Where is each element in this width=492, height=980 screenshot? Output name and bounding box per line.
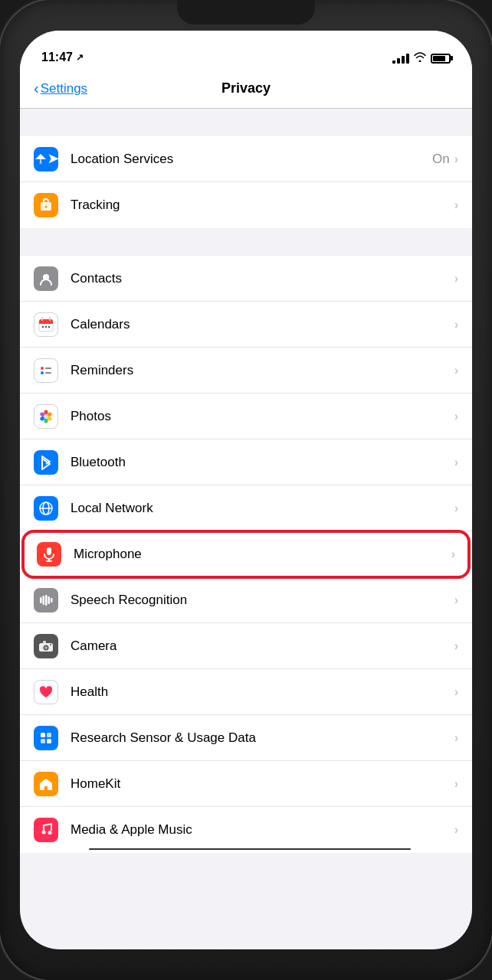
health-icon [34, 680, 58, 704]
svg-point-19 [44, 418, 48, 423]
battery-fill [433, 56, 445, 61]
wifi-icon [414, 52, 426, 64]
health-chevron: › [454, 685, 458, 699]
svg-rect-42 [47, 739, 51, 743]
microphone-label: Microphone [74, 547, 451, 562]
signal-bar-1 [392, 60, 395, 64]
section-gap-bottom [20, 853, 472, 880]
local-network-label: Local Network [71, 501, 454, 516]
location-services-value: On [432, 152, 450, 167]
camera-label: Camera [71, 639, 454, 654]
settings-item-health[interactable]: Health › [20, 669, 472, 715]
contacts-icon [34, 266, 58, 291]
calendars-label: Calendars [71, 317, 454, 332]
location-services-chevron: › [454, 152, 458, 166]
status-bar: 11:47 ↗ [20, 31, 472, 69]
back-chevron: ‹ [34, 80, 39, 97]
svg-point-36 [44, 646, 48, 649]
settings-item-homekit[interactable]: HomeKit › [20, 761, 472, 807]
tracking-icon [34, 193, 58, 217]
svg-point-43 [48, 831, 52, 835]
homekit-icon [34, 772, 58, 796]
phone-frame: 11:47 ↗ [0, 0, 492, 980]
svg-rect-26 [47, 547, 51, 555]
svg-rect-32 [48, 596, 51, 604]
tracking-label: Tracking [71, 198, 454, 213]
health-label: Health [71, 684, 454, 700]
research-label: Research Sensor & Usage Data [71, 730, 454, 746]
svg-rect-37 [43, 641, 46, 643]
nav-bar: ‹ Settings Privacy [20, 69, 472, 109]
photos-icon [34, 404, 58, 429]
contacts-label: Contacts [71, 271, 454, 286]
media-music-label: Media & Apple Music [71, 822, 454, 838]
svg-rect-5 [39, 322, 53, 324]
media-music-chevron: › [454, 823, 458, 837]
back-label: Settings [41, 81, 87, 96]
settings-item-reminders[interactable]: Reminders › [20, 348, 472, 394]
signal-bar-3 [402, 56, 405, 64]
settings-item-calendars[interactable]: Calendars › [20, 302, 472, 348]
group-location-tracking: ➤ Location Services On › Tra [20, 136, 472, 228]
speech-recognition-icon [34, 588, 58, 612]
settings-item-bluetooth[interactable]: Bluetooth › [20, 439, 472, 485]
phone-screen: 11:47 ↗ [20, 31, 472, 949]
research-chevron: › [454, 731, 458, 745]
svg-point-8 [42, 325, 44, 327]
section-gap-top [20, 109, 472, 136]
svg-point-38 [50, 644, 51, 645]
settings-item-contacts[interactable]: Contacts › [20, 256, 472, 302]
status-right [392, 52, 451, 64]
section-gap-middle [20, 228, 472, 256]
reminders-chevron: › [454, 364, 458, 377]
reminders-label: Reminders [71, 363, 454, 378]
settings-item-camera[interactable]: Camera › [20, 623, 472, 669]
speech-recognition-label: Speech Recognition [71, 593, 454, 608]
settings-item-tracking[interactable]: Tracking › [20, 182, 472, 228]
svg-rect-29 [40, 597, 42, 603]
tracking-chevron: › [454, 198, 458, 212]
battery-icon [431, 54, 451, 64]
research-icon [34, 726, 58, 750]
svg-point-11 [41, 367, 44, 370]
svg-point-12 [41, 371, 44, 374]
microphone-icon [37, 542, 61, 567]
settings-item-microphone[interactable]: Microphone › [23, 531, 469, 577]
bluetooth-chevron: › [454, 456, 458, 469]
svg-rect-41 [41, 739, 45, 743]
svg-rect-6 [41, 317, 43, 321]
svg-rect-30 [43, 596, 45, 605]
svg-point-16 [44, 410, 48, 414]
microphone-chevron: › [451, 547, 455, 561]
settings-item-research[interactable]: Research Sensor & Usage Data › [20, 715, 472, 761]
signal-bar-2 [397, 58, 400, 64]
bluetooth-label: Bluetooth [71, 455, 454, 470]
location-indicator: ↗ [76, 52, 84, 63]
page-title: Privacy [221, 80, 271, 96]
signal-bar-4 [406, 54, 409, 64]
homekit-chevron: › [454, 777, 458, 791]
bluetooth-icon [34, 450, 58, 475]
location-services-label: Location Services [71, 152, 432, 167]
back-button[interactable]: ‹ Settings [34, 80, 87, 97]
status-time: 11:47 ↗ [41, 51, 84, 64]
svg-point-1 [45, 206, 48, 208]
local-network-chevron: › [454, 501, 458, 515]
svg-rect-14 [45, 372, 51, 374]
settings-item-location-services[interactable]: ➤ Location Services On › [20, 136, 472, 182]
settings-item-photos[interactable]: Photos › [20, 394, 472, 439]
svg-rect-39 [41, 733, 45, 737]
speech-recognition-chevron: › [454, 593, 458, 607]
svg-rect-7 [49, 317, 51, 321]
local-network-icon [34, 496, 58, 521]
photos-label: Photos [71, 409, 454, 424]
media-music-icon [34, 818, 58, 842]
settings-item-media-music[interactable]: Media & Apple Music › [20, 807, 472, 853]
homekit-label: HomeKit [71, 776, 454, 792]
contacts-chevron: › [454, 272, 458, 286]
svg-rect-40 [47, 733, 51, 737]
calendars-chevron: › [454, 318, 458, 332]
settings-item-local-network[interactable]: Local Network › [20, 485, 472, 531]
svg-rect-13 [45, 368, 51, 369]
settings-item-speech-recognition[interactable]: Speech Recognition › [20, 577, 472, 623]
